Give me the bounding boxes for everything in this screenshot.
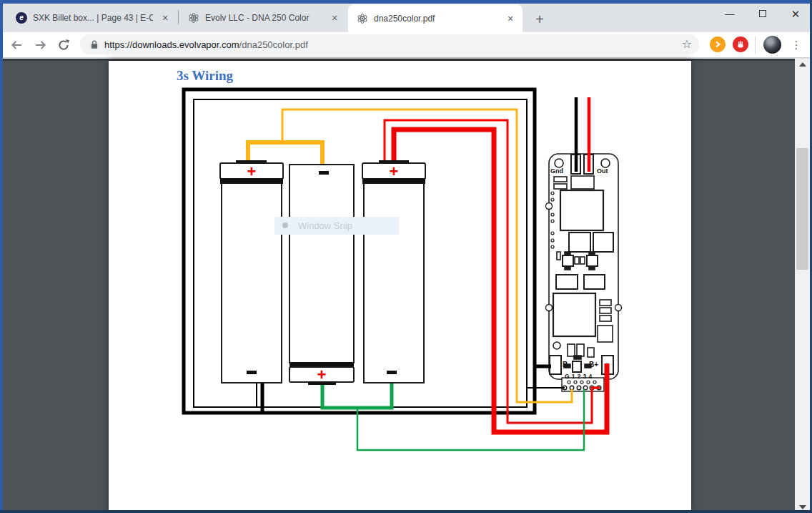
overlay-label: Window Snip (298, 220, 352, 231)
toolbar-separator (755, 36, 756, 54)
section-heading: 3s Wiring (177, 68, 234, 83)
tab-label: SXK Billet box... | Page 43 | E-Ciga (33, 13, 153, 23)
window-border (0, 0, 812, 4)
green-series-link (322, 383, 392, 408)
battery1-positive-terminal: + (247, 162, 257, 180)
tab-close-icon[interactable]: ✕ (504, 12, 517, 25)
url-text: https://downloads.evolvapor.com/dna250co… (104, 39, 308, 50)
reload-icon (57, 39, 70, 52)
toolbar: https://downloads.evolvapor.com/dna250co… (0, 32, 812, 58)
gnd-label: Gnd (550, 167, 563, 175)
tab-label: Evolv LLC - DNA 250 Color (205, 13, 322, 23)
pdf-viewer: 3s Wiring (0, 59, 812, 513)
tab-evolv-dna250[interactable]: Evolv LLC - DNA 250 Color ✕ (179, 4, 347, 32)
reload-button[interactable] (54, 36, 73, 54)
url-host: https://downloads.evolvapor.com (104, 39, 239, 50)
wiring-diagram: 3s Wiring (109, 61, 691, 513)
forward-button[interactable] (31, 36, 50, 54)
maximize-icon (759, 10, 766, 17)
back-arrow-icon (10, 39, 23, 52)
b-minus-label: B- (563, 361, 570, 368)
window-border (0, 0, 3, 513)
window-minimize-button[interactable]: — (713, 4, 746, 25)
pdf-page: 3s Wiring (109, 61, 691, 513)
https-lock-icon (90, 39, 99, 49)
b-plus-label: B+ (589, 361, 598, 368)
scrollbar[interactable] (795, 59, 810, 513)
scroll-down-icon (799, 505, 806, 509)
balance-pin-labels: G 1 2 3 4 (565, 373, 593, 380)
profile-avatar[interactable] (763, 36, 781, 54)
extension-arrow-button[interactable] (710, 36, 726, 52)
battery2-positive-terminal: + (317, 366, 327, 383)
address-bar[interactable]: https://downloads.evolvapor.com/dna250co… (80, 34, 699, 54)
dna250c-board: Gnd Out B- B+ G 1 2 3 4 (546, 154, 622, 391)
battery-3: + (362, 160, 425, 383)
menu-dots-icon[interactable]: ⋮ (790, 36, 803, 54)
tab-label: dna250color.pdf (374, 14, 498, 24)
forward-arrow-icon (34, 39, 47, 52)
url-path: /dna250color.pdf (239, 39, 308, 50)
battery3-negative-terminal (387, 371, 397, 374)
scroll-up-icon (799, 62, 806, 67)
tab-strip: e SXK Billet box... | Page 43 | E-Ciga ✕… (0, 0, 812, 32)
scroll-up-button[interactable] (795, 59, 810, 70)
tab-close-icon[interactable]: ✕ (328, 11, 341, 24)
arrow-chevron-icon (713, 40, 722, 49)
tab-close-icon[interactable]: ✕ (159, 11, 172, 24)
tab-dna250color-pdf-active[interactable]: dna250color.pdf ✕ (348, 4, 523, 32)
hand-icon (736, 40, 745, 49)
back-button[interactable] (7, 36, 26, 54)
window-snip-overlay: Window Snip (274, 217, 399, 235)
window-border (0, 510, 812, 513)
battery-1: + (220, 160, 283, 383)
snip-icon (282, 223, 288, 228)
window-close-button[interactable]: ✕ (779, 4, 812, 25)
battery3-positive-terminal: + (390, 162, 399, 180)
battery-2: + (289, 165, 354, 385)
bookmark-star-icon[interactable]: ☆ (682, 37, 692, 51)
battery1-negative-terminal (247, 371, 257, 374)
extension-hand-button[interactable] (733, 36, 748, 52)
ecf-favicon-icon: e (16, 12, 27, 24)
tab-sxk-billet-box[interactable]: e SXK Billet box... | Page 43 | E-Ciga ✕ (7, 4, 177, 32)
scrollbar-thumb[interactable] (796, 148, 808, 270)
atom-favicon-icon (188, 12, 199, 24)
tab-separator (178, 10, 179, 24)
atom-favicon-icon (357, 13, 368, 24)
battery2-negative-terminal (319, 171, 329, 175)
window-maximize-button[interactable] (746, 4, 779, 25)
new-tab-button[interactable]: + (530, 9, 550, 29)
browser-window: e SXK Billet box... | Page 43 | E-Ciga ✕… (0, 0, 812, 513)
out-label: Out (597, 167, 608, 175)
